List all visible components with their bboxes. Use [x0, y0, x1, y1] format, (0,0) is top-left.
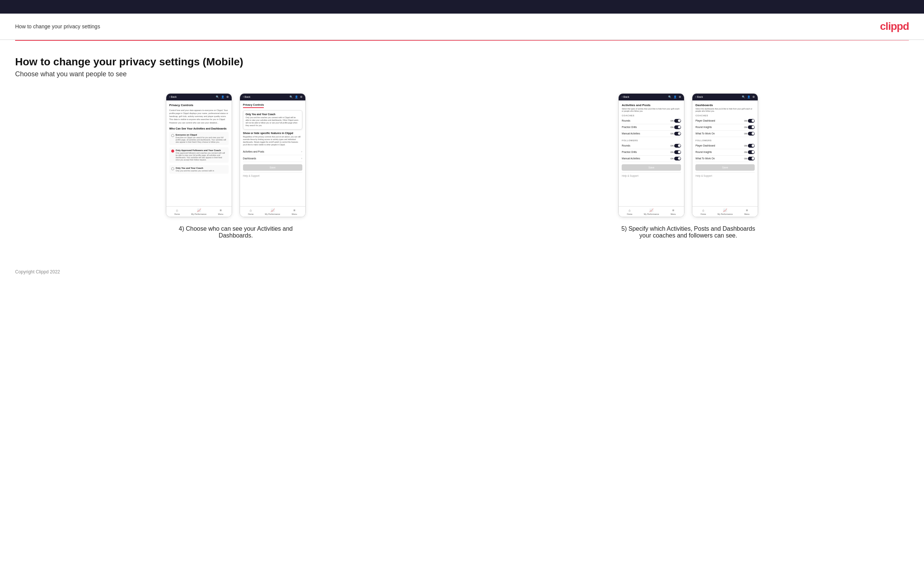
- phone-tab-home-2[interactable]: ⌂ Home: [240, 208, 262, 215]
- radio-circle-coach-only: [171, 167, 174, 170]
- radio-label-approved: Only Approved Followers and Your Coach: [176, 149, 227, 152]
- phone-back-btn-2[interactable]: ‹ Back: [243, 95, 250, 98]
- phone-tab-performance-3[interactable]: 📈 My Performance: [641, 208, 662, 215]
- menu-icon-2[interactable]: ⚙: [300, 95, 302, 98]
- phone-tab-home-4[interactable]: ⌂ Home: [692, 208, 714, 215]
- phone-tab-menu-1[interactable]: ≡ Menu: [210, 208, 232, 215]
- screenshots-row: ‹ Back 🔍 👤 ⚙ Privacy Controls Control ho…: [15, 93, 909, 239]
- search-icon-1[interactable]: 🔍: [216, 95, 219, 98]
- followers-drills-on-3: ON: [670, 151, 674, 153]
- home-label-2: Home: [248, 213, 254, 215]
- coaches-rounds-pill-3[interactable]: [674, 119, 681, 123]
- dashboards-item[interactable]: Dashboards ›: [243, 155, 302, 162]
- radio-label-coach-only: Only You and Your Coach: [176, 167, 214, 169]
- followers-round-insights-toggle-4[interactable]: ON: [744, 150, 755, 154]
- coaches-manual-toggle-3[interactable]: ON: [670, 132, 681, 135]
- followers-player-dash-toggle-4[interactable]: ON: [744, 144, 755, 148]
- coaches-rounds-label-3: Rounds: [622, 119, 630, 122]
- people-icon-4[interactable]: 👤: [747, 95, 751, 98]
- followers-manual-row-3: Manual Activities ON: [622, 156, 681, 162]
- phone-screen-4: ‹ Back 🔍 👤 ⚙ Dashboards Select the dashb…: [692, 93, 758, 217]
- dashboards-label: Dashboards: [243, 157, 256, 160]
- footer: Copyright Clippd 2022: [0, 262, 924, 282]
- privacy-controls-title: Privacy Controls: [169, 103, 229, 107]
- coaches-drills-pill-3[interactable]: [674, 126, 681, 129]
- coaches-manual-pill-3[interactable]: [674, 132, 681, 135]
- search-icon-2[interactable]: 🔍: [289, 95, 293, 98]
- save-button-4[interactable]: Save: [695, 164, 755, 171]
- radio-coach-only[interactable]: Only You and Your Coach Only you and the…: [169, 165, 229, 174]
- phone-tab-performance-1[interactable]: 📈 My Performance: [188, 208, 210, 215]
- menu-icon-3[interactable]: ⚙: [679, 95, 681, 98]
- radio-approved[interactable]: Only Approved Followers and Your Coach O…: [169, 147, 229, 163]
- tooltip-box-2: Only You and Your Coach Only you and the…: [243, 110, 302, 129]
- coaches-drills-on-3: ON: [670, 126, 674, 128]
- phone-tab-menu-2[interactable]: ≡ Menu: [283, 208, 305, 215]
- menu-tab-label-3: Menu: [671, 213, 676, 215]
- followers-what-to-work-toggle-4[interactable]: ON: [744, 157, 755, 161]
- coaches-what-to-work-pill-4[interactable]: [748, 132, 755, 135]
- phone-back-btn-1[interactable]: ‹ Back: [169, 95, 177, 98]
- followers-drills-pill-3[interactable]: [674, 150, 681, 154]
- search-icon-4[interactable]: 🔍: [742, 95, 745, 98]
- header: How to change your privacy settings clip…: [0, 14, 924, 40]
- phone-tab-menu-3[interactable]: ≡ Menu: [662, 208, 684, 215]
- menu-icon-4[interactable]: ⚙: [753, 95, 755, 98]
- followers-round-insights-pill-4[interactable]: [748, 150, 755, 154]
- tooltip-body-2: Only you and the coaches you connect wit…: [246, 116, 300, 127]
- menu-tab-icon-2: ≡: [293, 208, 295, 212]
- phone-topbar-icons-1: 🔍 👤 ⚙: [216, 95, 229, 98]
- coaches-drills-toggle-3[interactable]: ON: [670, 126, 681, 129]
- page-subtitle: Choose what you want people to see: [15, 70, 909, 78]
- coaches-manual-row-3: Manual Activities ON: [622, 131, 681, 137]
- phone-tab-home-1[interactable]: ⌂ Home: [166, 208, 188, 215]
- followers-player-dash-pill-4[interactable]: [748, 144, 755, 148]
- save-button-2[interactable]: Save: [243, 164, 302, 171]
- people-icon-2[interactable]: 👤: [295, 95, 298, 98]
- followers-what-to-work-pill-4[interactable]: [748, 157, 755, 161]
- followers-manual-toggle-3[interactable]: ON: [670, 157, 681, 161]
- performance-label-2: My Performance: [265, 213, 280, 215]
- copyright: Copyright Clippd 2022: [15, 269, 60, 274]
- performance-label-4: My Performance: [718, 213, 733, 215]
- home-label-1: Home: [174, 213, 180, 215]
- radio-circle-everyone: [171, 134, 174, 137]
- people-icon-3[interactable]: 👤: [674, 95, 677, 98]
- followers-round-insights-row-4: Round Insights ON: [695, 149, 755, 156]
- phone-back-btn-4[interactable]: ‹ Back: [695, 95, 703, 98]
- home-label-4: Home: [701, 213, 706, 215]
- followers-drills-toggle-3[interactable]: ON: [670, 150, 681, 154]
- phone-tab-performance-2[interactable]: 📈 My Performance: [262, 208, 283, 215]
- activities-posts-item[interactable]: Activities and Posts ›: [243, 148, 302, 155]
- coaches-rounds-toggle-3[interactable]: ON: [670, 119, 681, 123]
- radio-everyone[interactable]: Everyone on Clippd Everyone on Clippd ca…: [169, 132, 229, 145]
- phone-tab-menu-4[interactable]: ≡ Menu: [736, 208, 758, 215]
- coaches-player-dash-toggle-4[interactable]: ON: [744, 119, 755, 123]
- help-support-3: Help & Support: [622, 172, 681, 179]
- breadcrumb: How to change your privacy settings: [15, 23, 100, 29]
- coaches-round-insights-pill-4[interactable]: [748, 126, 755, 129]
- show-hide-title-2: Show or hide specific features in Clippd: [243, 132, 302, 134]
- phone-tab-performance-4[interactable]: 📈 My Performance: [714, 208, 736, 215]
- followers-manual-pill-3[interactable]: [674, 157, 681, 161]
- page-title: How to change your privacy settings (Mob…: [15, 56, 909, 68]
- menu-tab-label-2: Menu: [292, 213, 297, 215]
- coaches-round-insights-toggle-4[interactable]: ON: [744, 126, 755, 129]
- menu-tab-icon-3: ≡: [672, 208, 674, 212]
- coaches-round-insights-on-4: ON: [744, 126, 747, 128]
- phone-tab-home-3[interactable]: ⌂ Home: [619, 208, 641, 215]
- save-button-3[interactable]: Save: [622, 164, 681, 171]
- acts-page-desc-3: Select the types of activity that you'd …: [622, 108, 681, 112]
- search-icon-3[interactable]: 🔍: [668, 95, 672, 98]
- phone-content-3: Activities and Posts Select the types of…: [619, 100, 684, 206]
- followers-rounds-pill-3[interactable]: [674, 144, 681, 148]
- people-icon-1[interactable]: 👤: [221, 95, 225, 98]
- coaches-player-dash-pill-4[interactable]: [748, 119, 755, 123]
- followers-rounds-toggle-3[interactable]: ON: [670, 144, 681, 148]
- home-icon-2: ⌂: [250, 208, 252, 212]
- coaches-round-insights-row-4: Round Insights ON: [695, 124, 755, 131]
- phone-back-btn-3[interactable]: ‹ Back: [622, 95, 629, 98]
- coaches-what-to-work-toggle-4[interactable]: ON: [744, 132, 755, 135]
- coaches-player-dash-on-4: ON: [744, 120, 747, 122]
- menu-icon-1[interactable]: ⚙: [226, 95, 229, 98]
